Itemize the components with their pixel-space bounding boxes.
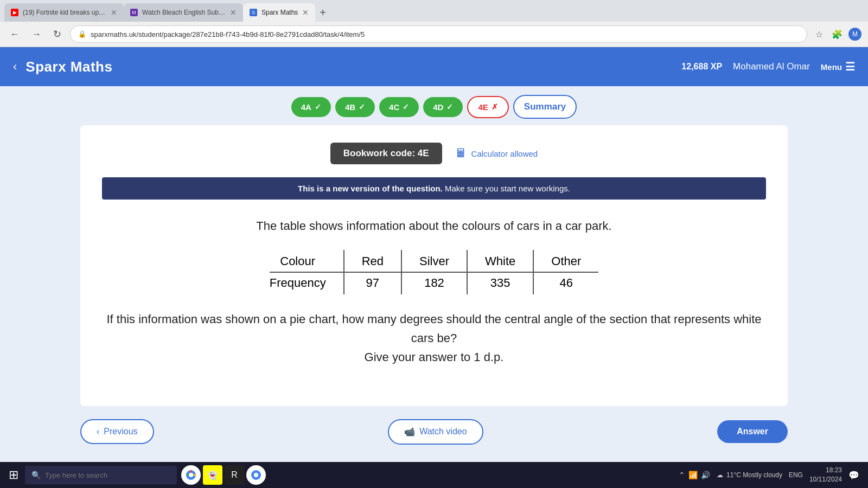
task-tab-4d[interactable]: 4D ✓	[423, 97, 463, 117]
taskbar-icon-roblox[interactable]: R	[225, 465, 244, 485]
weather-icon: ☁	[717, 471, 723, 479]
xp-display: 12,688 XP	[681, 62, 722, 72]
question-intro: The table shows information about the co…	[102, 217, 766, 235]
main-content: Bookwork code: 4E 🖩 Calculator allowed T…	[80, 125, 788, 406]
table-cell-white: 335	[467, 272, 533, 294]
hamburger-icon: ☰	[845, 60, 855, 73]
task-tab-4a[interactable]: 4A ✓	[291, 97, 331, 117]
tab-close-1[interactable]: ✕	[111, 8, 117, 17]
check-icon-4d: ✓	[446, 102, 453, 111]
cross-icon-4e: ✗	[492, 102, 498, 111]
taskbar-time: 18:23 10/11/2024	[809, 466, 842, 484]
bookmark-button[interactable]: ☆	[813, 28, 826, 41]
new-tab-button[interactable]: +	[315, 7, 330, 19]
task-tab-summary[interactable]: Summary	[513, 95, 577, 119]
weather-text: 11°C Mostly cloudy	[726, 471, 782, 479]
taskbar: ⊞ 🔍 👻 R ⌃ 📶 🔊 ☁ 11°C Mostly cloudy ENG	[0, 462, 868, 488]
task-tab-4b[interactable]: 4B ✓	[335, 97, 375, 117]
tab-label-1: (19) Fortnite kid breaks up with	[23, 9, 106, 16]
profile-button[interactable]: M	[848, 28, 861, 41]
browser-actions: ☆ 🧩 M	[813, 28, 861, 41]
app-logo: Sparx Maths	[25, 59, 112, 75]
table-header-colour: Colour	[270, 250, 344, 272]
taskbar-icon-snapchat[interactable]: 👻	[203, 465, 222, 485]
check-icon-4c: ✓	[403, 102, 409, 111]
table-cell-red: 97	[344, 272, 401, 294]
lang-indicator: ENG	[789, 471, 803, 479]
calculator-label: Calculator allowed	[471, 149, 538, 158]
app-header: ‹ Sparx Maths 12,688 XP Mohamed Al Omar …	[0, 47, 868, 86]
reload-button[interactable]: ↻	[50, 27, 65, 41]
notification-icon[interactable]: 💬	[848, 470, 859, 480]
back-to-home-button[interactable]: ‹	[13, 60, 17, 74]
taskbar-right: ⌃ 📶 🔊 ☁ 11°C Mostly cloudy ENG 18:23 10/…	[679, 466, 864, 484]
taskbar-icons: 👻 R	[181, 465, 266, 485]
prev-chevron-icon: ‹	[97, 427, 99, 436]
table-header-white: White	[467, 250, 533, 272]
bookwork-code: Bookwork code: 4E	[330, 143, 442, 164]
menu-button[interactable]: Menu ☰	[821, 60, 855, 73]
table-cell-other: 46	[533, 272, 598, 294]
svg-point-3	[254, 473, 258, 477]
time-display: 18:23	[809, 466, 842, 475]
tab-label-3: Sparx Maths	[261, 9, 298, 16]
url-bar[interactable]: 🔒 sparxmaths.uk/student/package/287e21b8…	[70, 25, 807, 43]
notice-bar: This is a new version of the question. M…	[102, 177, 766, 200]
taskbar-icon-chrome2[interactable]	[246, 465, 266, 485]
question-suffix: Give your answer to 1 d.p.	[102, 348, 766, 367]
tab-close-3[interactable]: ✕	[302, 8, 309, 17]
tab-favicon-2: M	[130, 9, 138, 16]
user-name: Mohamed Al Omar	[733, 61, 810, 72]
tab-bar: ▶ (19) Fortnite kid breaks up with ✕ M W…	[0, 0, 868, 22]
task-tabs: 4A ✓ 4B ✓ 4C ✓ 4D ✓ 4E ✗ Summary	[0, 86, 868, 125]
search-bar[interactable]: 🔍	[25, 466, 177, 484]
browser-chrome: ▶ (19) Fortnite kid breaks up with ✕ M W…	[0, 0, 868, 47]
table-cell-label: Frequency	[270, 272, 344, 294]
notice-bold: This is a new version of the question.	[298, 184, 443, 193]
chevron-up-icon[interactable]: ⌃	[679, 471, 685, 479]
date-display: 10/11/2024	[809, 475, 842, 484]
watch-label: Watch video	[419, 427, 467, 436]
sub-question: If this information was shown on a pie c…	[102, 310, 766, 367]
extensions-button[interactable]: 🧩	[829, 28, 845, 41]
network-icon: 📶	[688, 471, 698, 479]
question-body: If this information was shown on a pie c…	[102, 310, 766, 348]
table-header-other: Other	[533, 250, 598, 272]
system-icons: ⌃ 📶 🔊	[679, 471, 710, 479]
weather-info: ☁ 11°C Mostly cloudy	[717, 471, 782, 479]
browser-tab-1[interactable]: ▶ (19) Fortnite kid breaks up with ✕	[4, 3, 124, 22]
menu-label: Menu	[821, 62, 842, 72]
bottom-bar: ‹ Previous 📹 Watch video Answer	[80, 419, 788, 445]
lock-icon: 🔒	[78, 30, 86, 38]
notice-rest: Make sure you start new workings.	[445, 184, 570, 193]
table-cell-silver: 182	[401, 272, 467, 294]
taskbar-icon-chrome[interactable]	[181, 465, 201, 485]
back-button[interactable]: ←	[7, 28, 23, 41]
data-table: Colour Red Silver White Other Frequency …	[270, 250, 599, 294]
bookwork-row: Bookwork code: 4E 🖩 Calculator allowed	[102, 143, 766, 164]
prev-label: Previous	[104, 427, 137, 436]
tab-close-2[interactable]: ✕	[230, 8, 237, 17]
table-row-frequency: Frequency 97 182 335 46	[270, 272, 599, 294]
start-button[interactable]: ⊞	[4, 466, 23, 484]
browser-tab-2[interactable]: M Watch Bleach English Sub/Dub... ✕	[124, 3, 243, 22]
browser-tab-3[interactable]: S Sparx Maths ✕	[243, 3, 315, 22]
url-text: sparxmaths.uk/student/package/287e21b8-f…	[91, 30, 799, 38]
calculator-icon: 🖩	[455, 146, 467, 160]
calculator-badge: 🖩 Calculator allowed	[455, 146, 538, 160]
table-header-silver: Silver	[401, 250, 467, 272]
task-tab-4e[interactable]: 4E ✗	[467, 96, 508, 118]
previous-button[interactable]: ‹ Previous	[80, 419, 154, 444]
task-tab-4c[interactable]: 4C ✓	[379, 97, 419, 117]
watch-video-button[interactable]: 📹 Watch video	[388, 419, 483, 445]
search-icon: 🔍	[31, 471, 41, 479]
answer-button[interactable]: Answer	[717, 420, 788, 443]
header-right: 12,688 XP Mohamed Al Omar Menu ☰	[681, 60, 855, 73]
tab-favicon-1: ▶	[11, 9, 18, 16]
tab-favicon-3: S	[250, 9, 257, 16]
volume-icon: 🔊	[701, 471, 710, 479]
forward-button[interactable]: →	[28, 28, 44, 41]
check-icon-4a: ✓	[315, 102, 321, 111]
table-header-red: Red	[344, 250, 401, 272]
search-input[interactable]	[45, 471, 164, 479]
